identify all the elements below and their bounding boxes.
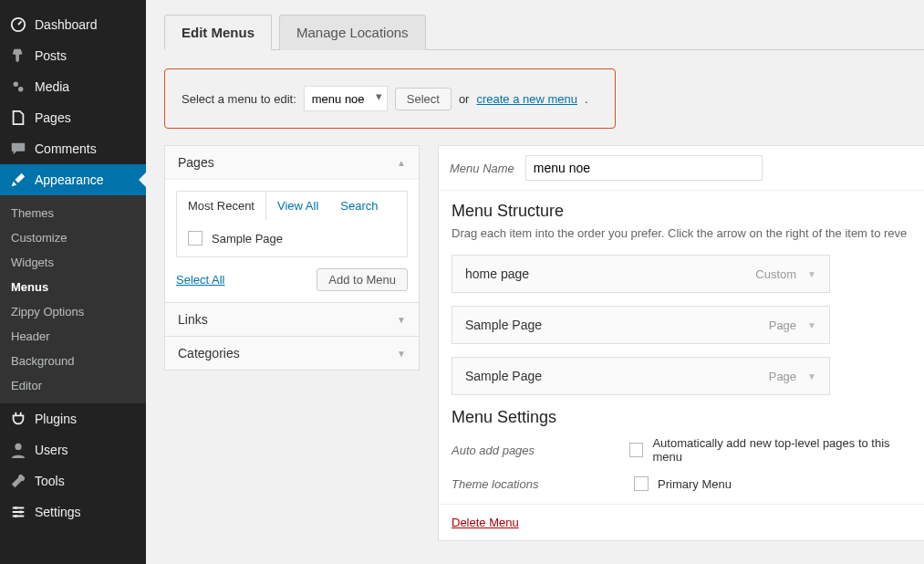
brush-icon [9,172,27,188]
menu-item-title: home page [465,266,529,281]
sliders-icon [9,504,27,520]
svg-point-3 [15,444,21,450]
menu-structure-hint: Drag each item into the order you prefer… [452,226,911,240]
svg-point-2 [18,87,23,91]
accordion-pages-header[interactable]: Pages ▲ [165,146,419,180]
menu-structure-heading: Menu Structure [452,202,911,221]
svg-point-1 [14,82,18,87]
triangle-down-icon[interactable]: ▼ [807,320,816,330]
add-items-column: Pages ▲ Most Recent View All Search Samp… [164,145,420,541]
sub-item-customize[interactable]: Customize [0,225,146,250]
sidebar-item-appearance[interactable]: Appearance [0,164,146,195]
menu-name-input[interactable] [525,155,763,181]
sidebar-item-dashboard[interactable]: Dashboard [0,9,146,40]
sidebar-item-label: Dashboard [35,17,98,32]
sidebar-item-label: Plugins [35,412,77,426]
inner-tab-search[interactable]: Search [329,192,389,220]
sidebar-item-media[interactable]: Media [0,71,146,102]
theme-location-option: Primary Menu [658,477,732,491]
menu-item-title: Sample Page [465,369,542,383]
wrench-icon [9,473,27,489]
comment-icon [9,141,27,157]
sidebar-item-label: Media [35,79,69,94]
triangle-down-icon: ▼ [397,315,406,325]
checkbox-icon[interactable] [634,476,649,491]
inner-tab-recent[interactable]: Most Recent [177,192,266,220]
delete-menu-link[interactable]: Delete Menu [452,516,519,529]
nav-tabs: Edit Menus Manage Locations [164,14,924,50]
accordion-links: Links ▼ [164,303,420,337]
tab-manage-locations[interactable]: Manage Locations [279,15,426,50]
menu-select-box: Select a menu to edit: menu noe Select o… [164,68,616,129]
media-icon [9,78,27,95]
sub-item-menus[interactable]: Menus [0,275,146,299]
sidebar-item-settings[interactable]: Settings [0,496,146,527]
select-button[interactable]: Select [395,88,452,110]
add-to-menu-button[interactable]: Add to Menu [317,268,408,291]
sidebar-item-label: Settings [35,505,81,519]
menu-select[interactable]: menu noe [304,86,388,111]
or-text: or [459,92,470,106]
tab-edit-menus[interactable]: Edit Menus [164,15,272,50]
page-item-label: Sample Page [212,232,283,245]
main-content: Edit Menus Manage Locations Select a men… [146,0,924,564]
triangle-down-icon: ▼ [397,349,406,359]
menu-item-title: Sample Page [465,318,542,332]
accordion-links-header[interactable]: Links ▼ [165,303,419,336]
accordion-title: Links [178,312,208,327]
sidebar-item-tools[interactable]: Tools [0,465,146,496]
triangle-down-icon[interactable]: ▼ [807,371,816,381]
sidebar-item-users[interactable]: Users [0,434,146,465]
svg-point-5 [19,510,23,514]
checkbox-icon[interactable] [629,443,643,457]
pages-inner-tabs: Most Recent View All Search [176,191,408,220]
accordion-title: Pages [178,155,214,170]
sub-item-editor[interactable]: Editor [0,373,146,398]
menu-item[interactable]: Sample Page Page ▼ [452,306,830,344]
sidebar-item-label: Posts [35,48,67,63]
gauge-icon [9,16,27,33]
menu-settings-heading: Menu Settings [452,408,911,427]
sidebar-item-label: Comments [35,141,97,156]
menu-edit-column: Menu Name Menu Structure Drag each item … [438,145,924,541]
page-icon [9,110,27,126]
menu-item[interactable]: home page Custom ▼ [452,255,830,293]
appearance-submenu: Themes Customize Widgets Menus Zippy Opt… [0,195,146,403]
select-all-link[interactable]: Select All [176,273,224,287]
checkbox-icon[interactable] [188,231,202,245]
accordion-categories-header[interactable]: Categories ▼ [165,337,419,370]
sub-item-themes[interactable]: Themes [0,201,146,225]
auto-add-option: Automatically add new top-level pages to… [652,436,911,464]
menu-name-label: Menu Name [450,162,514,175]
triangle-down-icon[interactable]: ▼ [807,269,816,279]
sidebar-item-label: Appearance [35,172,104,187]
accordion-categories: Categories ▼ [164,337,420,371]
sidebar-item-label: Tools [35,474,65,488]
accordion-title: Categories [178,346,240,360]
svg-point-4 [15,507,18,510]
menu-item-type: Custom [755,267,796,281]
page-checkbox-row[interactable]: Sample Page [188,231,396,245]
sidebar-item-posts[interactable]: Posts [0,40,146,71]
sub-item-zippy-options[interactable]: Zippy Options [0,299,146,324]
sub-item-background[interactable]: Background [0,349,146,373]
menu-item-type: Page [769,319,796,332]
sidebar-item-plugins[interactable]: Plugins [0,403,146,434]
pin-icon [9,47,27,64]
plug-icon [9,411,27,427]
sidebar-item-pages[interactable]: Pages [0,102,146,133]
create-menu-link[interactable]: create a new menu [476,92,577,106]
admin-sidebar: Dashboard Posts Media Pages Comments App… [0,0,146,564]
sidebar-item-label: Users [35,443,68,457]
sub-item-widgets[interactable]: Widgets [0,250,146,275]
menu-item[interactable]: Sample Page Page ▼ [452,357,830,395]
theme-locations-label: Theme locations [452,477,561,491]
sub-item-header[interactable]: Header [0,324,146,349]
sidebar-item-comments[interactable]: Comments [0,133,146,164]
auto-add-label: Auto add pages [452,444,556,457]
accordion-pages: Pages ▲ Most Recent View All Search Samp… [164,145,420,303]
inner-tab-viewall[interactable]: View All [266,192,329,220]
user-icon [9,442,27,458]
menu-item-type: Page [769,370,796,383]
sidebar-item-label: Pages [35,110,71,125]
